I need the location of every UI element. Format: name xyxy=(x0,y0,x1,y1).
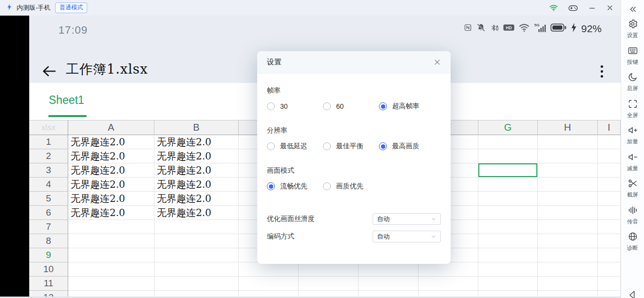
cell-a5[interactable]: 无界趣连2.0 xyxy=(68,192,154,206)
row-header-7[interactable]: 7 xyxy=(29,220,68,234)
cell-h1[interactable] xyxy=(538,135,598,149)
cell-b2[interactable]: 无界趣连2.0 xyxy=(154,149,239,163)
cell-i5[interactable] xyxy=(598,192,621,206)
column-header-b[interactable]: B xyxy=(154,120,239,135)
cell-b3[interactable]: 无界趣连2.0 xyxy=(154,163,239,178)
connection-wifi-icon[interactable] xyxy=(549,4,558,12)
row-header-1[interactable]: 1 xyxy=(29,135,68,149)
close-button[interactable] xyxy=(606,4,614,12)
cell-i9[interactable] xyxy=(598,248,621,262)
cell-h4[interactable] xyxy=(538,178,598,192)
cell-a10[interactable] xyxy=(68,262,154,277)
cell-b6[interactable]: 无界趣连2.0 xyxy=(154,206,239,220)
cell-g9[interactable] xyxy=(478,248,538,262)
cell-b9[interactable] xyxy=(154,248,239,262)
cell-e10[interactable] xyxy=(359,262,418,277)
cell-i3[interactable] xyxy=(598,163,621,178)
minimize-button[interactable] xyxy=(588,4,596,12)
cell-a9[interactable] xyxy=(68,248,154,262)
cell-a6[interactable]: 无界趣连2.0 xyxy=(68,206,154,220)
cell-g4[interactable] xyxy=(478,178,538,192)
radio-option-quality-priority[interactable]: 画质优先 xyxy=(323,182,363,191)
row-header-4[interactable]: 4 xyxy=(29,178,68,192)
cell-a7[interactable] xyxy=(68,220,154,234)
cell-a1[interactable]: 无界趣连2.0 xyxy=(68,135,154,149)
row-header-2[interactable]: 2 xyxy=(29,149,68,163)
row-header-8[interactable]: 8 xyxy=(29,234,68,248)
radio-option-highest-quality[interactable]: 最高画质 xyxy=(379,142,419,151)
grid-corner-cell[interactable]: xlsx xyxy=(29,120,68,135)
cell-g2[interactable] xyxy=(478,149,538,163)
cell-g10[interactable] xyxy=(478,262,538,277)
sidebar-item-audio[interactable]: 传音 xyxy=(627,205,638,225)
cell-h10[interactable] xyxy=(538,262,598,277)
sidebar-item-screen-off[interactable]: 息屏 xyxy=(627,72,638,92)
cell-d10[interactable] xyxy=(299,262,359,277)
row-header-6[interactable]: 6 xyxy=(29,206,68,220)
cell-b11[interactable] xyxy=(154,277,239,291)
cell-g6[interactable] xyxy=(478,206,538,220)
cell-f11[interactable] xyxy=(418,277,478,291)
cell-h9[interactable] xyxy=(538,248,598,262)
radio-option-ultra-framerate[interactable]: 超高帧率 xyxy=(379,102,419,111)
sidebar-item-diagnostics[interactable]: 诊断 xyxy=(627,231,638,251)
cell-f10[interactable] xyxy=(418,262,478,277)
row-header-11[interactable]: 11 xyxy=(29,277,68,291)
cell-g3[interactable] xyxy=(478,163,538,178)
cell-g7[interactable] xyxy=(478,220,538,234)
radio-option-60[interactable]: 60 xyxy=(323,102,379,110)
sidebar-item-keys[interactable]: 按键 xyxy=(627,45,638,65)
cell-a8[interactable] xyxy=(68,234,154,248)
radio-option-smooth-priority[interactable]: 流畅优先 xyxy=(267,182,323,191)
cell-i6[interactable] xyxy=(598,206,621,220)
nav-back-triangle-icon[interactable] xyxy=(627,289,638,298)
column-header-g[interactable]: G xyxy=(478,120,538,135)
cell-i1[interactable] xyxy=(598,135,621,149)
cell-b5[interactable]: 无界趣连2.0 xyxy=(154,192,239,206)
cell-i10[interactable] xyxy=(598,262,621,277)
cell-h7[interactable] xyxy=(538,220,598,234)
cell-b8[interactable] xyxy=(154,234,239,248)
overflow-menu-button[interactable] xyxy=(598,62,606,80)
cell-g8[interactable] xyxy=(478,234,538,248)
gamepad-icon[interactable] xyxy=(568,3,578,13)
sheet-tab[interactable]: Sheet1 xyxy=(49,94,84,107)
sidebar-item-screenshot[interactable]: 截屏 xyxy=(627,178,638,198)
sidebar-item-settings[interactable]: 设置 xyxy=(627,19,638,39)
cell-a3[interactable]: 无界趣连2.0 xyxy=(68,163,154,178)
radio-option-lowest-latency[interactable]: 最低延迟 xyxy=(267,142,323,151)
cell-i8[interactable] xyxy=(598,234,621,248)
column-header-h[interactable]: H xyxy=(538,120,598,135)
cell-b1[interactable]: 无界趣连2.0 xyxy=(154,135,239,149)
sidebar-item-fullscreen[interactable]: 全屏 xyxy=(627,99,638,119)
row-header-9[interactable]: 9 xyxy=(29,248,68,262)
cell-e11[interactable] xyxy=(359,277,418,291)
cell-g11[interactable] xyxy=(478,277,538,291)
row-header-5[interactable]: 5 xyxy=(29,192,68,206)
cell-a4[interactable]: 无界趣连2.0 xyxy=(68,178,154,192)
cell-i2[interactable] xyxy=(598,149,621,163)
back-arrow-button[interactable] xyxy=(41,64,57,80)
cell-a2[interactable]: 无界趣连2.0 xyxy=(68,149,154,163)
cell-i11[interactable] xyxy=(598,277,621,291)
cell-d11[interactable] xyxy=(299,277,359,291)
encoding-dropdown[interactable]: 自动 xyxy=(373,231,441,242)
cell-g5[interactable] xyxy=(478,192,538,206)
cell-h2[interactable] xyxy=(538,149,598,163)
sidebar-item-volume-up[interactable]: 加量 xyxy=(627,125,638,145)
cell-b10[interactable] xyxy=(154,262,239,277)
cell-h8[interactable] xyxy=(538,234,598,248)
cell-h11[interactable] xyxy=(538,277,598,291)
smoothness-dropdown[interactable]: 自动 xyxy=(373,213,441,225)
cell-a11[interactable] xyxy=(68,277,154,291)
radio-option-best-balance[interactable]: 最佳平衡 xyxy=(323,142,379,151)
row-header-10[interactable]: 10 xyxy=(29,262,68,277)
cell-c11[interactable] xyxy=(239,277,299,291)
cell-g1[interactable] xyxy=(478,135,538,149)
cell-h3[interactable] xyxy=(538,163,598,178)
column-header-i[interactable]: I xyxy=(598,120,621,135)
cell-i7[interactable] xyxy=(598,220,621,234)
row-header-3[interactable]: 3 xyxy=(29,163,68,178)
cell-h6[interactable] xyxy=(538,206,598,220)
dialog-close-icon[interactable] xyxy=(432,57,443,68)
